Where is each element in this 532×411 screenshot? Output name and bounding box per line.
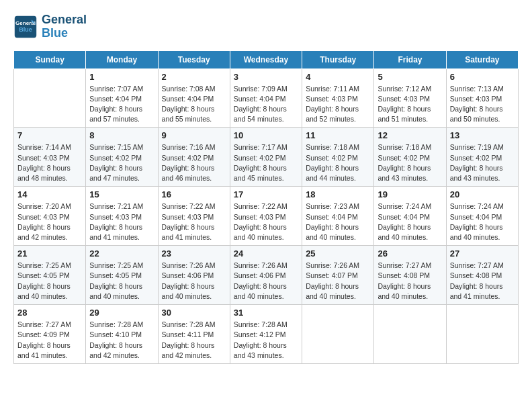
calendar-cell: 11Sunrise: 7:18 AMSunset: 4:02 PMDayligh…: [302, 128, 374, 187]
calendar-cell: 18Sunrise: 7:23 AMSunset: 4:04 PMDayligh…: [302, 187, 374, 246]
day-info: Sunrise: 7:25 AMSunset: 4:05 PMDaylight:…: [89, 261, 154, 302]
day-number: 29: [89, 308, 154, 318]
day-info: Sunrise: 7:14 AMSunset: 4:03 PMDaylight:…: [17, 142, 82, 183]
day-info: Sunrise: 7:09 AMSunset: 4:04 PMDaylight:…: [234, 84, 298, 125]
day-info: Sunrise: 7:16 AMSunset: 4:02 PMDaylight:…: [162, 142, 226, 183]
calendar-cell: 2Sunrise: 7:08 AMSunset: 4:04 PMDaylight…: [158, 68, 230, 128]
day-number: 15: [89, 189, 154, 199]
calendar-cell: [446, 305, 518, 364]
calendar-cell: 24Sunrise: 7:26 AMSunset: 4:06 PMDayligh…: [230, 246, 302, 305]
day-number: 31: [234, 308, 298, 318]
day-number: 18: [306, 189, 370, 199]
day-info: Sunrise: 7:11 AMSunset: 4:03 PMDaylight:…: [306, 84, 370, 125]
calendar-cell: 29Sunrise: 7:28 AMSunset: 4:10 PMDayligh…: [86, 305, 158, 364]
day-number: 11: [306, 130, 370, 140]
day-number: 21: [17, 248, 82, 259]
day-info: Sunrise: 7:22 AMSunset: 4:03 PMDaylight:…: [162, 201, 226, 242]
day-info: Sunrise: 7:27 AMSunset: 4:08 PMDaylight:…: [450, 261, 515, 302]
day-info: Sunrise: 7:26 AMSunset: 4:06 PMDaylight:…: [234, 261, 298, 302]
calendar-table: SundayMondayTuesdayWednesdayThursdayFrid…: [13, 50, 519, 364]
day-number: 26: [378, 248, 442, 259]
day-number: 17: [234, 189, 298, 199]
calendar-cell: [302, 305, 374, 364]
day-info: Sunrise: 7:28 AMSunset: 4:11 PMDaylight:…: [162, 320, 226, 361]
day-number: 14: [17, 189, 82, 199]
weekday-header-saturday: Saturday: [446, 50, 518, 68]
day-number: 25: [306, 248, 370, 259]
logo-text-blue: Blue: [42, 27, 87, 40]
day-number: 23: [162, 248, 226, 259]
day-number: 28: [17, 308, 82, 318]
weekday-header-sunday: Sunday: [14, 50, 86, 68]
calendar-cell: 12Sunrise: 7:18 AMSunset: 4:02 PMDayligh…: [374, 128, 446, 187]
day-number: 9: [162, 130, 226, 140]
calendar-cell: 8Sunrise: 7:15 AMSunset: 4:02 PMDaylight…: [86, 128, 158, 187]
day-number: 16: [162, 189, 226, 199]
day-number: 19: [378, 189, 442, 199]
day-number: 13: [450, 130, 515, 140]
day-number: 5: [378, 72, 442, 82]
day-number: 3: [234, 72, 298, 82]
day-info: Sunrise: 7:07 AMSunset: 4:04 PMDaylight:…: [89, 84, 154, 125]
day-info: Sunrise: 7:13 AMSunset: 4:03 PMDaylight:…: [450, 84, 515, 125]
calendar-cell: [374, 305, 446, 364]
calendar-cell: 10Sunrise: 7:17 AMSunset: 4:02 PMDayligh…: [230, 128, 302, 187]
weekday-header-monday: Monday: [86, 50, 158, 68]
calendar-cell: 1Sunrise: 7:07 AMSunset: 4:04 PMDaylight…: [86, 68, 158, 128]
calendar-cell: 5Sunrise: 7:12 AMSunset: 4:03 PMDaylight…: [374, 68, 446, 128]
day-info: Sunrise: 7:24 AMSunset: 4:04 PMDaylight:…: [450, 201, 515, 242]
calendar-cell: [14, 68, 86, 128]
day-number: 20: [450, 189, 515, 199]
day-number: 27: [450, 248, 515, 259]
day-info: Sunrise: 7:18 AMSunset: 4:02 PMDaylight:…: [306, 142, 370, 183]
calendar-cell: 14Sunrise: 7:20 AMSunset: 4:03 PMDayligh…: [14, 187, 86, 246]
day-info: Sunrise: 7:18 AMSunset: 4:02 PMDaylight:…: [378, 142, 442, 183]
logo-icon: General Blue: [13, 15, 38, 39]
day-info: Sunrise: 7:19 AMSunset: 4:02 PMDaylight:…: [450, 142, 515, 183]
day-number: 24: [234, 248, 298, 259]
day-info: Sunrise: 7:26 AMSunset: 4:07 PMDaylight:…: [306, 261, 370, 302]
calendar-cell: 30Sunrise: 7:28 AMSunset: 4:11 PMDayligh…: [158, 305, 230, 364]
calendar-cell: 3Sunrise: 7:09 AMSunset: 4:04 PMDaylight…: [230, 68, 302, 128]
day-number: 1: [89, 72, 154, 82]
day-info: Sunrise: 7:23 AMSunset: 4:04 PMDaylight:…: [306, 201, 370, 242]
day-number: 6: [450, 72, 515, 82]
day-info: Sunrise: 7:27 AMSunset: 4:09 PMDaylight:…: [17, 320, 82, 361]
day-info: Sunrise: 7:28 AMSunset: 4:10 PMDaylight:…: [89, 320, 154, 361]
calendar-cell: 6Sunrise: 7:13 AMSunset: 4:03 PMDaylight…: [446, 68, 518, 128]
day-info: Sunrise: 7:12 AMSunset: 4:03 PMDaylight:…: [378, 84, 442, 125]
weekday-header-thursday: Thursday: [302, 50, 374, 68]
day-info: Sunrise: 7:08 AMSunset: 4:04 PMDaylight:…: [162, 84, 226, 125]
day-info: Sunrise: 7:20 AMSunset: 4:03 PMDaylight:…: [17, 201, 82, 242]
day-number: 2: [162, 72, 226, 82]
day-info: Sunrise: 7:27 AMSunset: 4:08 PMDaylight:…: [378, 261, 442, 302]
day-info: Sunrise: 7:15 AMSunset: 4:02 PMDaylight:…: [89, 142, 154, 183]
weekday-header-friday: Friday: [374, 50, 446, 68]
calendar-cell: 31Sunrise: 7:28 AMSunset: 4:12 PMDayligh…: [230, 305, 302, 364]
calendar-cell: 20Sunrise: 7:24 AMSunset: 4:04 PMDayligh…: [446, 187, 518, 246]
calendar-cell: 26Sunrise: 7:27 AMSunset: 4:08 PMDayligh…: [374, 246, 446, 305]
day-info: Sunrise: 7:25 AMSunset: 4:05 PMDaylight:…: [17, 261, 82, 302]
calendar-cell: 4Sunrise: 7:11 AMSunset: 4:03 PMDaylight…: [302, 68, 374, 128]
day-number: 30: [162, 308, 226, 318]
calendar-cell: 23Sunrise: 7:26 AMSunset: 4:06 PMDayligh…: [158, 246, 230, 305]
calendar-cell: 17Sunrise: 7:22 AMSunset: 4:03 PMDayligh…: [230, 187, 302, 246]
calendar-cell: 16Sunrise: 7:22 AMSunset: 4:03 PMDayligh…: [158, 187, 230, 246]
calendar-cell: 27Sunrise: 7:27 AMSunset: 4:08 PMDayligh…: [446, 246, 518, 305]
calendar-cell: 25Sunrise: 7:26 AMSunset: 4:07 PMDayligh…: [302, 246, 374, 305]
day-number: 22: [89, 248, 154, 259]
weekday-header-wednesday: Wednesday: [230, 50, 302, 68]
calendar-cell: 9Sunrise: 7:16 AMSunset: 4:02 PMDaylight…: [158, 128, 230, 187]
calendar-cell: 28Sunrise: 7:27 AMSunset: 4:09 PMDayligh…: [14, 305, 86, 364]
calendar-cell: 15Sunrise: 7:21 AMSunset: 4:03 PMDayligh…: [86, 187, 158, 246]
day-number: 12: [378, 130, 442, 140]
svg-text:Blue: Blue: [19, 26, 32, 33]
day-number: 4: [306, 72, 370, 82]
logo-text-general: General: [42, 13, 87, 27]
calendar-cell: 22Sunrise: 7:25 AMSunset: 4:05 PMDayligh…: [86, 246, 158, 305]
day-info: Sunrise: 7:17 AMSunset: 4:02 PMDaylight:…: [234, 142, 298, 183]
day-info: Sunrise: 7:21 AMSunset: 4:03 PMDaylight:…: [89, 201, 154, 242]
calendar-cell: 21Sunrise: 7:25 AMSunset: 4:05 PMDayligh…: [14, 246, 86, 305]
weekday-header-tuesday: Tuesday: [158, 50, 230, 68]
day-number: 8: [89, 130, 154, 140]
